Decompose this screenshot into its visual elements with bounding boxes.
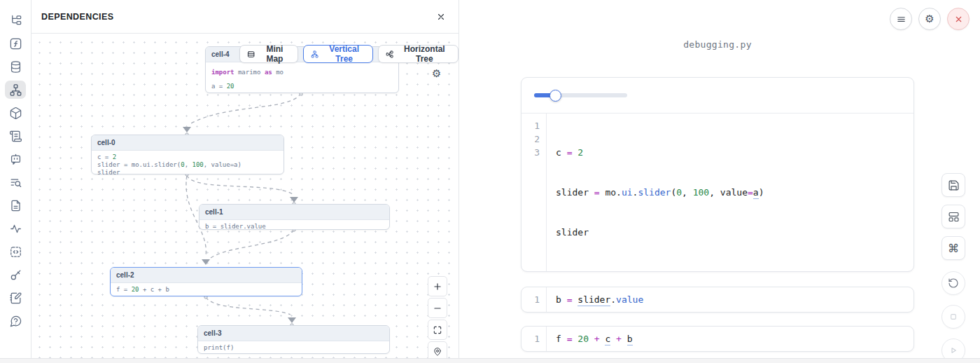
status-bar (0, 358, 980, 363)
graph-node-title: cell-2 (111, 268, 302, 283)
scratchpad-icon[interactable] (5, 289, 26, 307)
graph-node-cell-0[interactable]: cell-0 c = 2slider = mo.ui.slider(0, 100… (91, 135, 284, 174)
graph-code-line: print(f) (204, 344, 384, 352)
vertical-tree-label: Vertical Tree (323, 44, 365, 64)
graph-code-line: f = 20 + c + b (116, 286, 296, 294)
code-line: f = 20 + c + b (556, 332, 633, 345)
notebook-top-actions: ⚙ (890, 8, 969, 30)
marimo-app: DEPENDENCIES (0, 0, 980, 363)
graph-code-line: slider = mo.ui.slider(0, 100, value=a) (97, 161, 278, 169)
settings-button[interactable]: ⚙ (918, 8, 941, 30)
line-numbers: 1 (522, 287, 547, 312)
shutdown-button[interactable] (947, 8, 969, 30)
file-tree-icon[interactable] (5, 11, 26, 29)
script-icon[interactable] (5, 127, 26, 145)
save-button[interactable] (941, 173, 965, 197)
play-icon (948, 345, 959, 356)
save-icon (948, 179, 960, 191)
notebook-filename: debugging.py (521, 39, 914, 50)
doc-search-icon[interactable] (5, 173, 26, 191)
assistant-chat-icon[interactable] (5, 150, 26, 168)
slider-widget[interactable] (534, 93, 627, 97)
close-icon[interactable] (436, 12, 446, 22)
graph-node-title: cell-0 (92, 135, 284, 151)
graph-code-line: slider (97, 169, 278, 177)
database-icon[interactable] (5, 57, 26, 76)
graph-node-title: cell-1 (200, 205, 389, 220)
help-icon[interactable] (5, 312, 26, 330)
line-numbers: 1 2 3 (522, 114, 547, 271)
cell-slider[interactable]: 1 2 3 c = 2 slider = mo.ui.slider(0, 100… (521, 77, 914, 272)
graph-canvas[interactable]: cell-4 import marimo as moa = 20 cell-0 … (31, 33, 458, 363)
code-line: b = slider.value (556, 293, 643, 306)
menu-button[interactable] (890, 8, 912, 30)
tracing-icon[interactable] (5, 219, 26, 238)
graph-node-cell-1[interactable]: cell-1 b = slider.value (199, 204, 390, 230)
code-line: slider = mo.ui.slider(0, 100, value=a) (556, 186, 764, 199)
stop-icon (948, 311, 959, 322)
layout-icon (948, 211, 960, 223)
zoom-out-button[interactable] (428, 298, 447, 318)
graph-node-cell-2[interactable]: cell-2 f = 20 + c + b (110, 267, 302, 296)
graph-code-line: a = 20 (211, 79, 393, 93)
graph-view-toolbar: Mini Map Vertical Tree Horizontal Tree (239, 45, 458, 63)
notebook-panel: ⚙ debugging.py 1 2 3 (459, 0, 980, 363)
dependencies-title: DEPENDENCIES (41, 12, 113, 22)
slider-thumb[interactable] (550, 90, 561, 102)
slider-output (522, 78, 913, 114)
package-icon[interactable] (5, 104, 26, 122)
dependencies-header: DEPENDENCIES (31, 0, 458, 34)
snippets-icon[interactable] (5, 196, 26, 214)
graph-code-line: import marimo as mo (211, 65, 393, 79)
keyboard-shortcuts-button[interactable]: ⌘ (941, 236, 965, 260)
activity-bar (0, 0, 31, 363)
undo-button[interactable] (941, 271, 965, 295)
vertical-tree-button[interactable]: Vertical Tree (303, 45, 374, 63)
graph-code-line: c = 2 (97, 153, 278, 161)
close-icon (954, 15, 963, 24)
cell-b[interactable]: 1 b = slider.value (521, 287, 914, 313)
undo-icon (948, 278, 959, 289)
code-editor[interactable]: 1 f = 20 + c + b (522, 327, 913, 351)
graph-node-title: cell-3 (198, 326, 389, 341)
gear-icon: ⚙ (925, 14, 934, 25)
zoom-in-button[interactable] (428, 276, 447, 296)
cell-f[interactable]: 1 f = 20 + c + b (521, 326, 914, 352)
mini-map-label: Mini Map (259, 44, 290, 64)
horizontal-tree-button[interactable]: Horizontal Tree (378, 45, 458, 63)
code-block-icon[interactable] (5, 242, 26, 261)
graph-zoom-controls (428, 276, 447, 362)
code-line: c = 2 (556, 146, 764, 159)
line-numbers: 1 (522, 327, 547, 351)
graph-code-line: b = slider.value (205, 223, 384, 231)
command-icon: ⌘ (948, 242, 959, 255)
mini-map-button[interactable]: Mini Map (239, 45, 298, 63)
graph-settings-gear-icon[interactable]: ⚙ (432, 69, 441, 79)
function-square-icon[interactable] (5, 34, 26, 53)
code-line: slider (556, 226, 764, 239)
graph-node-cell-3[interactable]: cell-3 print(f) (197, 325, 390, 354)
horizontal-tree-label: Horizontal Tree (398, 44, 451, 64)
notebook-side-actions: ⌘ (941, 173, 965, 363)
code-editor[interactable]: 1 b = slider.value (522, 287, 913, 312)
layout-button[interactable] (941, 205, 965, 228)
fit-view-button[interactable] (428, 320, 447, 340)
notebook-cells: 1 2 3 c = 2 slider = mo.ui.slider(0, 100… (521, 77, 914, 363)
code-editor[interactable]: 1 2 3 c = 2 slider = mo.ui.slider(0, 100… (522, 114, 913, 271)
stop-button[interactable] (941, 305, 965, 329)
dependencies-panel: DEPENDENCIES (31, 0, 459, 363)
secrets-icon[interactable] (5, 266, 26, 284)
dependency-graph-icon[interactable] (5, 81, 26, 99)
